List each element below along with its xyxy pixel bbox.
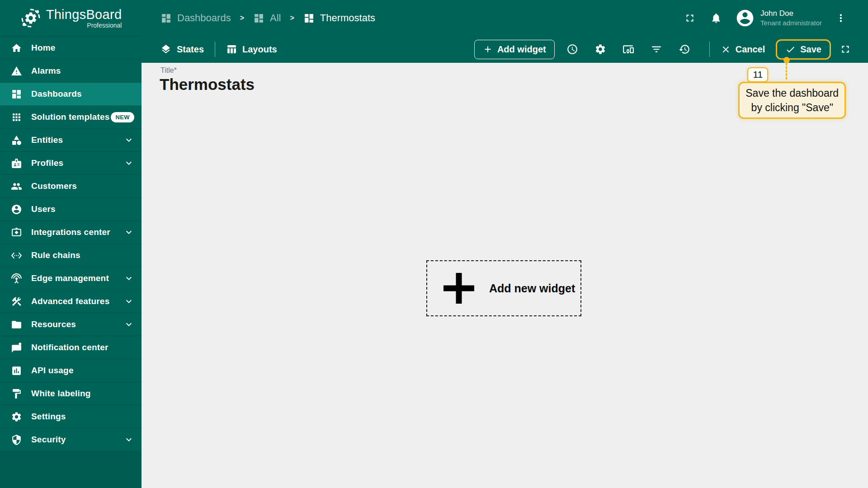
sidebar-item-notification-center[interactable]: Notification center [0, 336, 142, 359]
sidebar-item-security[interactable]: Security [0, 428, 142, 451]
new-badge: NEW [111, 112, 134, 122]
breadcrumb-item-thermostats[interactable]: Thermostats [303, 12, 375, 24]
breadcrumb-label: All [270, 12, 281, 24]
layouts-label: Layouts [242, 44, 277, 55]
annotation-line-1: Save the dashboard [745, 87, 839, 99]
toolbar-divider [215, 42, 215, 57]
filters-button[interactable] [649, 42, 664, 56]
plus-icon [443, 273, 474, 304]
add-widget-button[interactable]: Add widget [474, 40, 555, 59]
edit-toolbar: States Layouts Add widget Cancel Save 11… [142, 36, 868, 62]
chevron-down-icon [123, 135, 134, 145]
sidebar-item-edge-management[interactable]: Edge management [0, 267, 142, 290]
add-new-widget-label: Add new widget [489, 282, 575, 295]
sidebar-item-rule-chains[interactable]: Rule chains [0, 244, 142, 267]
toolbar-icon-group [558, 42, 698, 56]
account-icon [735, 8, 755, 28]
shield-icon [11, 434, 22, 446]
chevron-down-icon [123, 319, 134, 330]
save-label: Save [800, 44, 821, 55]
header-actions: John Doe Tenant administrator [671, 8, 848, 28]
sidebar-item-users[interactable]: Users [0, 198, 142, 221]
chevron-down-icon [123, 158, 134, 169]
add-new-widget-button[interactable]: Add new widget [426, 260, 581, 316]
cancel-button[interactable]: Cancel [721, 44, 765, 55]
dashboard-title-value: Thermostats [160, 75, 255, 94]
breadcrumb-label: Dashboards [177, 12, 231, 24]
user-menu[interactable]: John Doe Tenant administrator [735, 8, 822, 28]
toolbar-divider [709, 42, 710, 57]
check-icon [785, 44, 796, 55]
dashboard-icon [303, 13, 315, 24]
header-row: Dashboards>All>Thermostats John Doe Tena… [142, 0, 868, 36]
breadcrumb-item-dashboards[interactable]: Dashboards [160, 12, 231, 24]
time-window-button[interactable] [565, 42, 580, 56]
fullscreen-button[interactable] [683, 11, 697, 25]
breadcrumb-item-all[interactable]: All [253, 12, 281, 24]
history-icon [679, 43, 690, 55]
folder-icon [11, 319, 22, 330]
dashboard-canvas: Title* Thermostats Add new widget [142, 63, 868, 488]
breadcrumb: Dashboards>All>Thermostats [160, 12, 375, 24]
layout-table-icon [226, 44, 237, 55]
layouts-button[interactable]: Layouts [226, 44, 277, 55]
construction-icon [11, 296, 22, 307]
fullscreen-icon [840, 43, 851, 55]
dashboard-settings-button[interactable] [593, 42, 608, 56]
app-logo[interactable]: ThingsBoard Professional [0, 0, 142, 37]
chart-icon [11, 365, 22, 376]
sidebar-menu: Home Alarms Dashboards Solution template… [0, 37, 142, 451]
sidebar-item-entities[interactable]: Entities [0, 129, 142, 152]
avatar [735, 8, 755, 28]
sidebar-item-api-usage[interactable]: API usage [0, 359, 142, 382]
chevron-down-icon [123, 434, 134, 445]
gear-icon [11, 411, 22, 422]
schedule-icon [566, 43, 578, 55]
version-history-button[interactable] [677, 42, 692, 56]
dashboard-title-field[interactable]: Title* Thermostats [160, 66, 255, 94]
plus-icon [483, 44, 493, 54]
annotation-connector-line [786, 63, 787, 80]
sidebar-item-dashboards[interactable]: Dashboards [0, 83, 142, 106]
layers-icon [160, 44, 171, 55]
top-bar: Dashboards>All>Thermostats John Doe Tena… [142, 0, 868, 63]
sidebar-item-home[interactable]: Home [0, 37, 142, 60]
bell-icon [710, 12, 722, 24]
sidebar-item-integrations-center[interactable]: Integrations center [0, 221, 142, 244]
sidebar-item-alarms[interactable]: Alarms [0, 60, 142, 83]
breadcrumb-label: Thermostats [320, 12, 375, 24]
ethernet-icon [11, 250, 22, 261]
sidebar-item-profiles[interactable]: Profiles [0, 152, 142, 175]
sidebar-filler [0, 451, 142, 488]
sidebar-item-white-labeling[interactable]: White labeling [0, 382, 142, 405]
notifications-button[interactable] [709, 11, 723, 25]
states-label: States [177, 44, 204, 55]
toolbar-fullscreen-button[interactable] [838, 42, 853, 56]
chevron-down-icon [123, 273, 134, 284]
entity-aliases-button[interactable] [621, 42, 636, 56]
badge-icon [11, 158, 22, 169]
antenna-icon [11, 273, 22, 284]
dashboard-icon [11, 89, 22, 100]
sidebar-item-settings[interactable]: Settings [0, 405, 142, 428]
annotation-step-badge: 11 [747, 67, 768, 82]
more-menu-button[interactable] [834, 11, 848, 25]
gear-icon [594, 43, 606, 55]
close-icon [721, 44, 731, 55]
title-field-label: Title* [160, 66, 255, 75]
save-button[interactable]: Save 11 Save the dashboard by clicking "… [776, 39, 831, 60]
sidebar-item-customers[interactable]: Customers [0, 175, 142, 198]
dashboard-icon [253, 13, 264, 24]
sidebar-item-advanced-features[interactable]: Advanced features [0, 290, 142, 313]
sidebar-item-resources[interactable]: Resources [0, 313, 142, 336]
apps-icon [11, 112, 22, 123]
states-button[interactable]: States [160, 44, 204, 55]
category-icon [11, 135, 22, 146]
sidebar-item-solution-templates[interactable]: Solution templates NEW [0, 106, 142, 129]
app-name: ThingsBoard [46, 8, 122, 22]
thingsboard-logo-icon [20, 7, 42, 29]
more-vert-icon [835, 12, 847, 24]
chevron-down-icon [123, 296, 134, 307]
breadcrumb-separator: > [290, 14, 294, 22]
warning-icon [11, 66, 22, 77]
